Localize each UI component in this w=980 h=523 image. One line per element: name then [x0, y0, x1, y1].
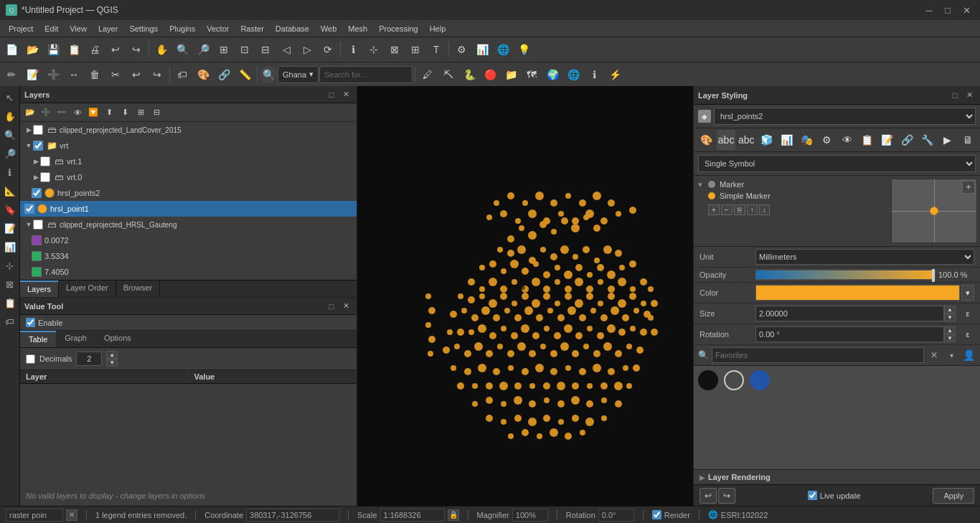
styling-tab-3d-icon[interactable]: 🧊	[757, 130, 776, 150]
tool1-button[interactable]: 🖊	[418, 65, 438, 85]
value-tool-expand-button[interactable]: □	[325, 300, 338, 313]
move-down-layer-button[interactable]: ↓	[759, 204, 770, 215]
print-button[interactable]: 🖨	[85, 39, 105, 60]
layer-open-btn[interactable]: 📂	[23, 105, 37, 120]
label2-button[interactable]: 🏷	[172, 65, 192, 85]
styling-tab-rendering-icon[interactable]: 👁	[838, 130, 857, 150]
zoom-next-button[interactable]: ▷	[297, 39, 317, 60]
tab-layers[interactable]: Layers	[20, 281, 59, 297]
preview-add-button[interactable]: +	[962, 181, 975, 194]
layer-checkbox[interactable]	[40, 172, 50, 182]
symbol-item[interactable]	[724, 370, 744, 390]
redo2-button[interactable]: ↪	[147, 65, 167, 85]
size-up-button[interactable]: ▲	[944, 306, 956, 314]
render-checkbox[interactable]	[652, 510, 661, 519]
layer-expand-all-btn[interactable]: ⊞	[133, 105, 148, 120]
layer-remove-btn[interactable]: ➖	[55, 105, 69, 120]
styling-layer-dropdown[interactable]: hrsl_points2	[714, 108, 976, 125]
rotation-input[interactable]	[598, 509, 634, 522]
menu-web[interactable]: Web	[315, 23, 342, 34]
enable-checkbox[interactable]	[26, 318, 35, 327]
layer-checkbox[interactable]	[24, 204, 34, 214]
ls-label-btn[interactable]: 🏷	[1, 313, 19, 330]
layers-close-button[interactable]: ✕	[339, 88, 352, 101]
zoom-in-button[interactable]: 🔍	[172, 39, 192, 60]
scale-lock-button[interactable]: 🔒	[448, 509, 459, 521]
save-project-button[interactable]: 💾	[43, 39, 63, 60]
layer-checkbox[interactable]	[40, 156, 50, 166]
add-feature-button[interactable]: ➕	[43, 65, 63, 85]
refresh-button[interactable]: ⟳	[318, 39, 338, 60]
undo-style-button[interactable]: ↩	[699, 488, 717, 504]
rotation-down-button[interactable]: ▼	[944, 334, 956, 342]
ls-zoom-in-btn[interactable]: 🔍	[1, 126, 19, 143]
plugin4-button[interactable]: 💡	[514, 39, 534, 60]
color-dropdown-button[interactable]: ▾	[961, 285, 974, 301]
styling-tab-abc2-icon[interactable]: abc	[737, 130, 755, 150]
tool9-button[interactable]: ℹ	[584, 65, 604, 85]
coordinate-input[interactable]	[246, 509, 339, 522]
styling-tab-actions-icon[interactable]: ▶	[938, 130, 957, 150]
value-tool-close-button[interactable]: ✕	[339, 300, 352, 313]
menu-plugins[interactable]: Plugins	[164, 23, 201, 34]
styling-tab-display-icon[interactable]: 🖥	[958, 130, 977, 150]
layer-item[interactable]: 0.0072	[20, 232, 357, 248]
layer-item[interactable]: ▼ 🗃 clipped_reprojected_HRSL_Gauteng	[20, 217, 357, 232]
decimals-up-button[interactable]: ▲	[106, 351, 118, 359]
ls-annotation-btn[interactable]: 📝	[1, 220, 19, 237]
undo2-button[interactable]: ↩	[126, 65, 146, 85]
plugin2-button[interactable]: 📊	[472, 39, 492, 60]
styling-tab-diagram-icon[interactable]: 📊	[777, 130, 796, 150]
size-input[interactable]: 2.00000	[755, 306, 944, 321]
styling-tab-mask-icon[interactable]: 🎭	[797, 130, 816, 150]
measure-button[interactable]: 📏	[235, 65, 255, 85]
tool3-button[interactable]: 🐍	[459, 65, 479, 85]
zoom-prev-button[interactable]: ◁	[276, 39, 296, 60]
delete-button[interactable]: 🗑	[85, 65, 105, 85]
tool10-button[interactable]: ⚡	[605, 65, 625, 85]
layer-item[interactable]: ▶ 🗃 vrt.1	[20, 154, 357, 169]
duplicate-layer-button[interactable]: ⎘	[734, 204, 745, 215]
titlebar-controls[interactable]: ─ □ ✕	[921, 4, 974, 17]
save-as-button[interactable]: 📋	[64, 39, 84, 60]
favorites-add-button[interactable]: 👤	[961, 348, 976, 362]
status-search-input[interactable]	[6, 509, 63, 522]
layer-checkbox[interactable]	[33, 220, 43, 230]
new-project-button[interactable]: 📄	[1, 39, 22, 60]
zoom-selection-button[interactable]: ⊟	[255, 39, 275, 60]
size-expression-button[interactable]: ε	[961, 306, 974, 321]
snap-button[interactable]: 🔗	[214, 65, 234, 85]
magnifier-input[interactable]	[512, 509, 548, 522]
tool6-button[interactable]: 🗺	[522, 65, 542, 85]
remove-layer-button[interactable]: −	[721, 204, 732, 215]
ls-select-btn[interactable]: ↖	[1, 89, 19, 106]
value-tab-graph[interactable]: Graph	[56, 331, 95, 347]
tool2-button[interactable]: ⛏	[438, 65, 458, 85]
size-down-button[interactable]: ▼	[944, 314, 956, 321]
menu-database[interactable]: Database	[270, 23, 315, 34]
pan-button[interactable]: ✋	[151, 39, 171, 60]
apply-button[interactable]: Apply	[933, 488, 974, 504]
location-dropdown[interactable]: Ghana ▾	[278, 66, 319, 83]
redo-style-button[interactable]: ↪	[718, 488, 735, 504]
plugin1-button[interactable]: ⚙	[451, 39, 471, 60]
symbol-type-dropdown[interactable]: Single Symbol	[698, 155, 976, 172]
value-tab-table[interactable]: Table	[20, 331, 56, 347]
layer-up-btn[interactable]: ⬆	[102, 105, 116, 120]
status-clear-button[interactable]: ✕	[66, 509, 77, 521]
tool5-button[interactable]: 📁	[501, 65, 521, 85]
menu-layer[interactable]: Layer	[93, 23, 124, 34]
layer-show-btn[interactable]: 👁	[70, 105, 85, 120]
tab-browser[interactable]: Browser	[116, 281, 160, 297]
identify-button[interactable]: ℹ	[343, 39, 363, 60]
styling-tab-abc1-icon[interactable]: abc	[717, 130, 735, 150]
menu-project[interactable]: Project	[3, 23, 39, 34]
layer-add-btn[interactable]: ➕	[39, 105, 53, 120]
add-layer-button[interactable]: +	[708, 204, 720, 215]
open-attr-button[interactable]: ⊞	[405, 39, 425, 60]
styling-tab-joins-icon[interactable]: 🔗	[898, 130, 917, 150]
label-button[interactable]: T	[426, 39, 446, 60]
ls-zoom-out-btn[interactable]: 🔎	[1, 145, 19, 162]
layer-checkbox[interactable]	[33, 125, 43, 135]
map-area[interactable]	[357, 86, 693, 506]
